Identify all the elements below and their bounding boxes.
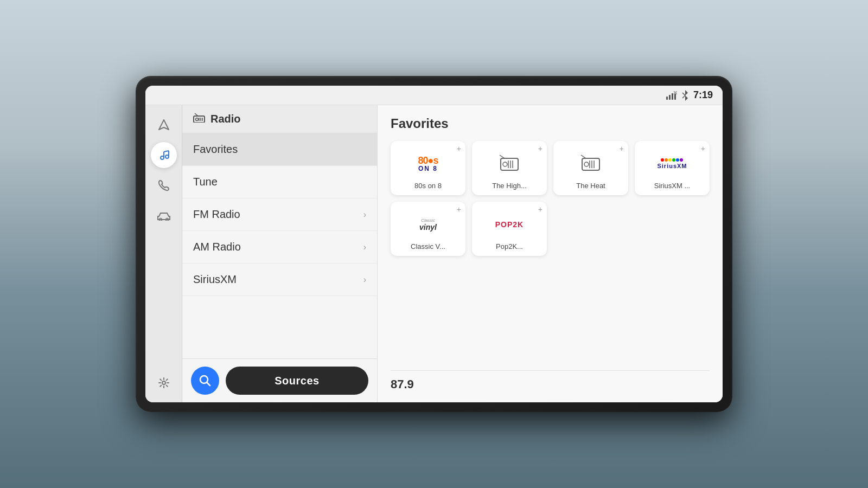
add-favorite-icon[interactable]: + — [620, 144, 624, 153]
fav-card-label-sxm: SiriusXM ... — [654, 182, 690, 190]
clock: 7:19 — [693, 89, 713, 101]
nav-panel: Radio Favorites Tune FM Radio › AM Radio — [182, 105, 378, 402]
sidebar-item-music[interactable] — [151, 142, 177, 168]
svg-rect-29 — [582, 158, 599, 170]
svg-line-11 — [164, 151, 169, 152]
nav-item-fm-radio[interactable]: FM Radio › — [182, 198, 377, 231]
svg-rect-2 — [672, 93, 673, 100]
svg-rect-1 — [669, 95, 671, 100]
search-button[interactable] — [191, 367, 219, 395]
fav-card-label-classic: Classic V... — [411, 242, 445, 251]
favorites-grid: + 80●s ON 8 80s on 8 + — [391, 141, 710, 256]
favorite-pop2k[interactable]: + POP2K Pop2K... — [472, 202, 547, 256]
add-favorite-icon[interactable]: + — [457, 205, 461, 214]
svg-marker-6 — [159, 120, 169, 130]
classic-vinyl-logo: Classic vinyl — [411, 211, 445, 237]
nav-item-tune[interactable]: Tune — [182, 166, 377, 198]
favorites-title: Favorites — [391, 116, 710, 131]
sidebar-item-car[interactable] — [151, 203, 177, 229]
80s-on-8-logo: 80●s ON 8 — [411, 151, 445, 177]
favorite-the-high[interactable]: + The High... — [472, 141, 547, 195]
add-favorite-icon[interactable]: + — [701, 144, 705, 153]
add-favorite-icon[interactable]: + — [457, 144, 461, 153]
favorite-80s-on-8[interactable]: + 80●s ON 8 80s on 8 — [391, 141, 465, 195]
svg-rect-23 — [501, 158, 518, 170]
the-heat-logo — [573, 151, 608, 177]
nav-header: Radio — [182, 105, 377, 133]
sidebar-item-navigation[interactable] — [151, 112, 177, 138]
content-panel: Favorites + 80●s ON 8 80s on 8 — [378, 105, 723, 402]
svg-point-14 — [162, 381, 165, 384]
favorite-the-heat[interactable]: + The Heat — [553, 141, 628, 195]
sources-button[interactable]: Sources — [226, 367, 368, 395]
screen: 7:19 — [145, 86, 723, 402]
add-favorite-icon[interactable]: + — [538, 205, 542, 214]
icon-sidebar — [145, 105, 182, 402]
nav-header-title: Radio — [210, 113, 241, 125]
nav-items: Favorites Tune FM Radio › AM Radio › Sir — [182, 133, 377, 358]
svg-rect-0 — [666, 97, 668, 100]
siriusxm-logo: SiriusXM — [655, 151, 690, 177]
nav-item-am-radio[interactable]: AM Radio › — [182, 231, 377, 264]
favorite-classic-vinyl[interactable]: + Classic vinyl Classic V... — [391, 202, 465, 256]
fav-card-label-heat: The Heat — [576, 182, 605, 190]
status-icons: 7:19 — [666, 89, 713, 101]
fm-radio-chevron: › — [363, 210, 366, 220]
nav-bottom: Sources — [182, 358, 377, 402]
status-bar: 7:19 — [145, 86, 723, 105]
nav-item-siriusxm[interactable]: SiriusXM › — [182, 264, 377, 296]
nav-item-favorites[interactable]: Favorites — [182, 133, 377, 166]
signal-icon — [666, 91, 677, 100]
add-favorite-icon[interactable]: + — [538, 144, 542, 153]
fav-card-label-high: The High... — [492, 182, 527, 190]
svg-point-31 — [584, 162, 589, 166]
svg-point-16 — [196, 118, 199, 121]
main-layout: Radio Favorites Tune FM Radio › AM Radio — [145, 105, 723, 402]
svg-point-25 — [503, 162, 507, 166]
sidebar-item-phone[interactable] — [151, 172, 177, 198]
favorite-siriusxm[interactable]: + Sirius — [635, 141, 710, 195]
fav-card-label-80s: 80s on 8 — [414, 182, 442, 190]
dashboard: 7:19 — [136, 76, 732, 412]
bluetooth-icon — [681, 90, 689, 101]
sidebar-item-settings[interactable] — [151, 370, 177, 396]
pop2k-logo: POP2K — [492, 211, 527, 237]
radio-header-icon — [193, 113, 205, 125]
svg-line-22 — [207, 383, 210, 386]
fav-card-label-pop2k: Pop2K... — [496, 242, 523, 251]
frequency-display: 87.9 — [391, 370, 710, 391]
siriusxm-chevron: › — [363, 275, 366, 285]
am-radio-chevron: › — [363, 242, 366, 252]
the-high-logo — [492, 151, 527, 177]
